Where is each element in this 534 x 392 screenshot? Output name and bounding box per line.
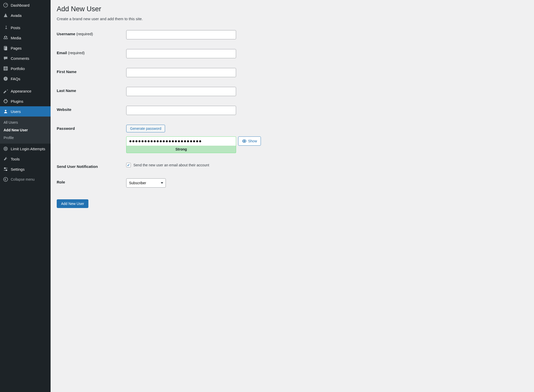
website-label: Website — [57, 106, 126, 112]
sidebar-item-limit-login[interactable]: Limit Login Attempts — [0, 144, 51, 154]
page-title: Add New User — [57, 5, 528, 13]
svg-point-12 — [5, 148, 6, 149]
generate-password-button[interactable]: Generate password — [126, 125, 165, 132]
tools-icon — [3, 156, 8, 162]
sidebar-item-settings[interactable]: Settings — [0, 164, 51, 174]
sidebar-item-label: Avada — [11, 13, 21, 18]
portfolio-icon — [3, 66, 8, 71]
first-name-input[interactable] — [126, 68, 236, 77]
sidebar-item-label: Pages — [11, 46, 22, 50]
sidebar-item-label: Settings — [11, 167, 25, 171]
eye-icon — [242, 139, 247, 143]
settings-icon — [3, 167, 8, 172]
pages-icon — [3, 45, 8, 51]
sidebar-item-tools[interactable]: Tools — [0, 154, 51, 164]
send-notification-text: Send the new user an email about their a… — [133, 163, 209, 167]
svg-text:!: ! — [5, 77, 6, 80]
sidebar-item-appearance[interactable]: Appearance — [0, 86, 51, 96]
sidebar-item-plugins[interactable]: Plugins — [0, 96, 51, 106]
users-icon — [3, 109, 8, 114]
sidebar-item-label: FAQs — [11, 77, 20, 81]
avada-icon — [3, 13, 8, 18]
svg-point-14 — [6, 170, 7, 171]
media-icon — [3, 35, 8, 40]
role-label: Role — [57, 178, 126, 184]
collapse-menu[interactable]: Collapse menu — [0, 174, 51, 185]
submenu-profile[interactable]: Profile — [0, 134, 51, 142]
svg-rect-8 — [5, 99, 5, 100]
users-submenu: All Users Add New User Profile — [0, 117, 51, 144]
website-input[interactable] — [126, 106, 236, 115]
password-input[interactable] — [126, 136, 236, 146]
plugins-icon — [3, 99, 8, 104]
svg-point-15 — [4, 177, 8, 181]
sidebar-item-avada[interactable]: Avada — [0, 10, 51, 20]
sidebar-item-faqs[interactable]: ! FAQs — [0, 74, 51, 84]
email-label: Email (required) — [57, 49, 126, 55]
sidebar-item-label: Media — [11, 36, 21, 40]
submenu-all-users[interactable]: All Users — [0, 119, 51, 126]
sidebar-item-dashboard[interactable]: Dashboard — [0, 0, 51, 10]
send-notification-checkbox[interactable] — [126, 163, 131, 167]
svg-rect-5 — [4, 67, 7, 70]
sidebar-item-label: Comments — [11, 56, 29, 61]
submenu-add-new-user[interactable]: Add New User — [0, 126, 51, 134]
show-password-button[interactable]: Show — [238, 136, 261, 146]
sidebar-item-label: Portfolio — [11, 66, 25, 71]
first-name-label: First Name — [57, 68, 126, 74]
sidebar-item-portfolio[interactable]: Portfolio — [0, 63, 51, 74]
svg-point-10 — [5, 110, 6, 111]
username-label: Username (required) — [57, 30, 126, 36]
appearance-icon — [3, 88, 8, 94]
collapse-label: Collapse menu — [11, 177, 34, 181]
pin-icon — [3, 25, 8, 30]
sidebar-item-media[interactable]: Media — [0, 33, 51, 43]
password-strength: Strong — [126, 146, 236, 153]
sidebar-item-pages[interactable]: Pages — [0, 43, 51, 53]
sidebar-item-label: Tools — [11, 157, 20, 161]
add-new-user-button[interactable]: Add New User — [57, 199, 88, 208]
limit-login-icon — [3, 146, 8, 151]
password-label: Password — [57, 125, 126, 131]
sidebar-item-posts[interactable]: Posts — [0, 22, 51, 33]
collapse-icon — [3, 177, 8, 182]
svg-point-1 — [4, 36, 5, 37]
svg-point-13 — [4, 168, 5, 169]
page-subtitle: Create a brand new user and add them to … — [57, 17, 528, 21]
svg-point-2 — [6, 36, 7, 37]
sidebar-item-label: Dashboard — [11, 3, 29, 7]
svg-point-11 — [4, 147, 7, 151]
sidebar-item-label: Users — [11, 109, 21, 114]
role-select[interactable]: Subscriber — [126, 178, 166, 188]
last-name-input[interactable] — [126, 87, 236, 96]
sidebar-item-label: Limit Login Attempts — [11, 147, 45, 151]
sidebar-item-label: Appearance — [11, 89, 31, 93]
sidebar-item-label: Plugins — [11, 99, 23, 103]
admin-sidebar: Dashboard Avada Posts Media Pages Commen… — [0, 0, 51, 392]
sidebar-item-label: Posts — [11, 26, 20, 30]
comments-icon — [3, 56, 8, 61]
username-input[interactable] — [126, 30, 236, 39]
sidebar-item-comments[interactable]: Comments — [0, 53, 51, 63]
dashboard-icon — [3, 3, 8, 8]
faqs-icon: ! — [3, 76, 8, 81]
sidebar-item-users[interactable]: Users — [0, 106, 51, 117]
svg-point-16 — [244, 141, 245, 142]
send-notification-label: Send User Notification — [57, 163, 126, 169]
svg-rect-9 — [6, 99, 7, 100]
email-input[interactable] — [126, 49, 236, 58]
main-content: Add New User Create a brand new user and… — [51, 0, 534, 392]
last-name-label: Last Name — [57, 87, 126, 93]
svg-rect-4 — [5, 47, 7, 50]
